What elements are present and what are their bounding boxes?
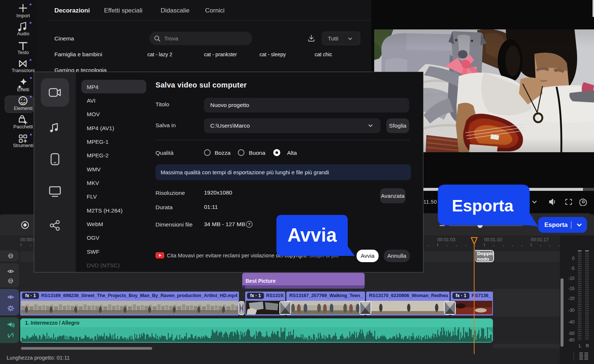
svg-text:-60: -60: [568, 338, 575, 343]
svg-text:0: 0: [572, 256, 575, 261]
svg-text:?: ?: [248, 222, 250, 226]
svg-text:-15: -15: [568, 286, 575, 291]
svg-text:-10: -10: [568, 276, 575, 281]
svg-text:R: R: [586, 343, 589, 349]
svg-text:-50: -50: [568, 331, 575, 336]
svg-text:Avvia: Avvia: [287, 225, 337, 246]
svg-text:-20: -20: [568, 296, 575, 301]
svg-text:L: L: [579, 343, 582, 349]
svg-text:-5: -5: [570, 266, 575, 271]
svg-text:Esporta: Esporta: [452, 196, 514, 215]
svg-text:-30: -30: [568, 308, 575, 313]
svg-text:-40: -40: [568, 320, 575, 325]
